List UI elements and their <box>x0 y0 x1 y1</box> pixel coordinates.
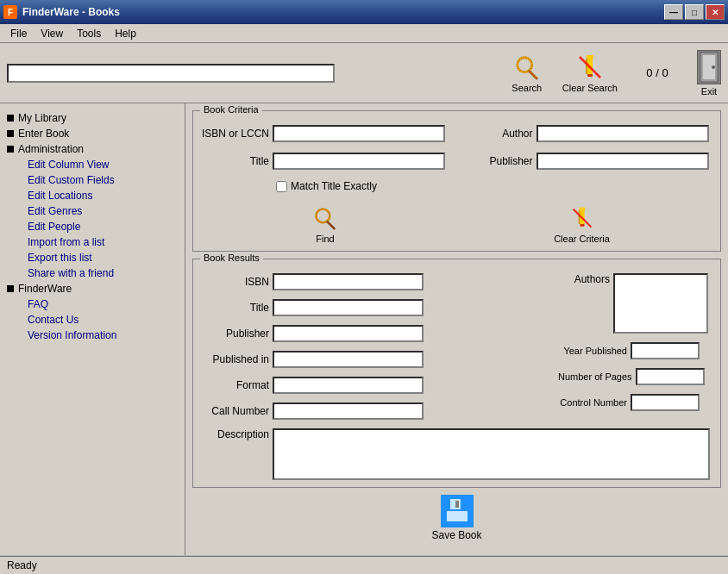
sidebar-item-edit-column-view[interactable]: Edit Column View <box>3 157 181 172</box>
svg-point-11 <box>712 66 715 69</box>
svg-line-3 <box>530 71 537 78</box>
book-criteria-group: Book Criteria ISBN or LCCN Title <box>192 110 721 252</box>
sidebar-item-enter-book[interactable]: Enter Book <box>3 126 181 141</box>
status-bar: Ready <box>0 555 728 574</box>
result-description-row: Description <box>200 428 713 480</box>
result-format-label: Format <box>200 379 269 391</box>
result-year-label: Year Published <box>558 346 627 356</box>
clear-search-icon <box>576 53 604 81</box>
bullet-icon <box>7 115 14 122</box>
result-isbn-input[interactable] <box>273 273 424 290</box>
result-published-in-label: Published in <box>200 353 269 365</box>
sidebar-item-version-info[interactable]: Version Information <box>3 328 181 343</box>
exit-button[interactable]: Exit <box>697 50 721 97</box>
result-publisher-input[interactable] <box>273 325 424 342</box>
title-bar: F FinderWare - Books — □ ✕ <box>0 0 728 24</box>
sidebar-item-faq[interactable]: FAQ <box>3 296 181 312</box>
minimize-button[interactable]: — <box>664 4 683 20</box>
result-control-input[interactable] <box>631 394 700 411</box>
find-button[interactable]: Find <box>304 204 347 244</box>
title-label: Title <box>200 155 269 167</box>
result-isbn-label: ISBN <box>200 276 269 288</box>
title-input[interactable] <box>273 153 445 170</box>
search-label: Search <box>511 83 542 93</box>
result-pages-row: Number of Pages <box>558 368 713 385</box>
svg-rect-22 <box>447 511 468 521</box>
publisher-input[interactable] <box>537 153 709 170</box>
result-call-number-input[interactable] <box>273 402 424 420</box>
sidebar-item-edit-locations[interactable]: Edit Locations <box>3 188 181 203</box>
title-row: Title <box>200 153 450 170</box>
search-input[interactable] <box>7 64 335 83</box>
result-isbn-row: ISBN <box>200 273 551 290</box>
sidebar-item-share-friend[interactable]: Share with a friend <box>3 265 181 281</box>
menu-tools[interactable]: Tools <box>70 26 108 41</box>
sidebar-item-contact-us[interactable]: Contact Us <box>3 312 181 328</box>
sidebar-item-my-library[interactable]: My Library <box>3 110 181 126</box>
search-box-area <box>7 64 499 83</box>
main-layout: My Library Enter Book Administration Edi… <box>0 103 728 555</box>
svg-line-13 <box>328 221 335 228</box>
menu-view[interactable]: View <box>34 26 70 41</box>
result-publisher-row: Publisher <box>200 325 551 342</box>
result-pages-input[interactable] <box>636 368 705 385</box>
menu-help[interactable]: Help <box>108 26 143 41</box>
result-description-textarea[interactable] <box>273 428 710 480</box>
save-book-button[interactable]: Save Book <box>192 495 721 541</box>
sidebar: My Library Enter Book Administration Edi… <box>0 103 185 555</box>
sidebar-item-administration[interactable]: Administration <box>3 141 181 157</box>
results-columns: ISBN Title Publisher Published in <box>200 273 713 425</box>
result-authors-row: Authors <box>558 273 713 334</box>
result-control-row: Control Number <box>558 394 713 411</box>
result-title-row: Title <box>200 299 551 316</box>
clear-search-label: Clear Search <box>562 83 618 93</box>
match-title-label: Match Title Exactly <box>291 180 377 192</box>
svg-rect-14 <box>579 208 585 211</box>
publisher-row: Publisher <box>464 153 714 170</box>
sidebar-item-export-list[interactable]: Export this list <box>3 250 181 265</box>
result-authors-box[interactable] <box>613 273 708 334</box>
book-results-title: Book Results <box>200 253 263 263</box>
status-text: Ready <box>7 559 37 571</box>
svg-rect-16 <box>578 210 580 224</box>
sidebar-item-edit-people[interactable]: Edit People <box>3 219 181 234</box>
author-label: Author <box>464 128 533 140</box>
match-title-row: Match Title Exactly <box>276 180 450 192</box>
search-button[interactable]: Search <box>505 53 549 93</box>
author-input[interactable] <box>537 125 709 142</box>
svg-rect-4 <box>587 55 593 59</box>
sidebar-item-edit-genres[interactable]: Edit Genres <box>3 203 181 219</box>
result-year-input[interactable] <box>631 342 700 359</box>
isbn-input[interactable] <box>273 125 445 142</box>
clear-criteria-button[interactable]: Clear Criteria <box>554 204 610 244</box>
sidebar-item-import-from[interactable]: Import from a list <box>3 234 181 250</box>
result-format-input[interactable] <box>273 377 424 394</box>
svg-rect-6 <box>586 59 587 74</box>
toolbar-actions: Search Clear Search 0 / 0 <box>505 50 721 97</box>
book-criteria-content: ISBN or LCCN Title Match Title Exactly <box>200 125 713 244</box>
bullet-icon <box>7 285 14 292</box>
publisher-label: Publisher <box>464 155 533 167</box>
toolbar: Search Clear Search 0 / 0 <box>0 43 728 103</box>
sidebar-item-finderware[interactable]: FinderWare <box>3 281 181 296</box>
book-results-content: ISBN Title Publisher Published in <box>200 273 713 480</box>
results-left: ISBN Title Publisher Published in <box>200 273 551 425</box>
svg-rect-7 <box>587 74 593 77</box>
maximize-button[interactable]: □ <box>685 4 704 20</box>
result-published-in-input[interactable] <box>273 351 424 368</box>
criteria-right-col: Author Publisher <box>464 125 714 197</box>
isbn-row: ISBN or LCCN <box>200 125 450 142</box>
clear-search-button[interactable]: Clear Search <box>562 53 618 93</box>
app-title: FinderWare - Books <box>22 6 120 18</box>
results-right: Authors Year Published Number of Pages <box>558 273 713 425</box>
result-counter: 0 / 0 <box>631 66 683 79</box>
window-controls: — □ ✕ <box>664 4 725 20</box>
svg-rect-21 <box>455 501 459 508</box>
book-results-group: Book Results ISBN Title Publisher <box>192 259 721 488</box>
menu-file[interactable]: File <box>3 26 34 41</box>
sidebar-item-edit-custom-fields[interactable]: Edit Custom Fields <box>3 172 181 188</box>
isbn-label: ISBN or LCCN <box>200 128 269 140</box>
match-title-checkbox[interactable] <box>276 181 287 192</box>
result-title-input[interactable] <box>273 299 424 316</box>
close-button[interactable]: ✕ <box>706 4 725 20</box>
